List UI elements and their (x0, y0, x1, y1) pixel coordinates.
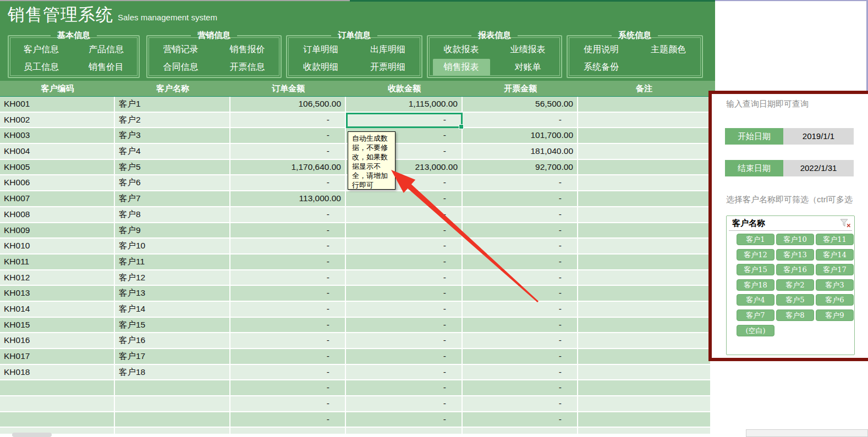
cell-note[interactable] (578, 113, 710, 129)
cell-note[interactable] (578, 128, 710, 144)
cell-note[interactable] (578, 223, 710, 239)
cell-note[interactable] (578, 302, 710, 318)
cell-name[interactable]: 客户8 (115, 207, 230, 223)
cell-code[interactable]: KH005 (0, 160, 115, 176)
nav-item[interactable]: 销售价目 (78, 59, 135, 76)
cell-name[interactable]: 客户9 (115, 223, 230, 239)
cell-name[interactable] (115, 428, 230, 434)
cell-invoice[interactable]: - (463, 412, 578, 428)
cell-receipt[interactable]: - (346, 412, 463, 428)
nav-item[interactable]: 出库明细 (359, 41, 416, 58)
cell-code[interactable]: KH009 (0, 223, 115, 239)
cell-invoice[interactable]: - (463, 318, 578, 334)
cell-order[interactable]: - (230, 239, 346, 255)
slicer-button[interactable]: 客户10 (776, 234, 814, 245)
nav-item[interactable]: 营销记录 (152, 41, 210, 58)
cell-invoice[interactable]: - (463, 333, 578, 349)
cell-code[interactable]: KH002 (0, 113, 115, 129)
selected-cell[interactable] (346, 113, 463, 129)
cell-code[interactable] (0, 396, 115, 412)
cell-note[interactable] (578, 286, 710, 302)
cell-note[interactable] (578, 255, 710, 270)
cell-invoice[interactable]: - (463, 286, 578, 302)
cell-order[interactable]: - (230, 270, 346, 286)
cell-code[interactable]: KH013 (0, 286, 115, 302)
cell-receipt[interactable]: - (346, 223, 463, 239)
slicer-button[interactable]: 客户9 (816, 309, 854, 321)
slicer-button[interactable]: 客户13 (776, 249, 814, 261)
cell-note[interactable] (578, 207, 710, 223)
cell-receipt[interactable]: - (346, 302, 463, 318)
cell-receipt[interactable]: - (346, 270, 463, 286)
slicer-button[interactable]: 客户7 (737, 309, 774, 321)
slicer-button[interactable]: 客户5 (776, 294, 814, 306)
slicer-button[interactable]: 客户1 (737, 234, 774, 245)
cell-note[interactable] (578, 428, 710, 434)
cell-receipt[interactable]: - (346, 286, 463, 302)
cell-receipt[interactable]: - (346, 349, 463, 365)
cell-order[interactable]: - (230, 412, 346, 428)
cell-receipt[interactable]: - (346, 396, 463, 412)
slicer-button[interactable]: 客户18 (737, 279, 774, 291)
cell-note[interactable] (578, 239, 710, 255)
cell-name[interactable]: 客户18 (115, 365, 230, 381)
slicer-button[interactable]: 客户15 (737, 264, 774, 275)
nav-item[interactable]: 客户信息 (13, 41, 70, 58)
cell-note[interactable] (578, 365, 710, 381)
cell-order[interactable]: - (230, 302, 346, 318)
slicer-button[interactable]: 客户8 (776, 309, 814, 321)
cell-name[interactable]: 客户15 (115, 318, 230, 334)
cell-name[interactable]: 客户13 (115, 286, 230, 302)
cell-receipt[interactable]: - (346, 255, 463, 270)
nav-item[interactable]: 收款报表 (433, 41, 490, 58)
cell-invoice[interactable]: 56,500.00 (463, 97, 578, 113)
cell-name[interactable]: 客户14 (115, 302, 230, 318)
cell-code[interactable]: KH008 (0, 207, 115, 223)
cell-invoice[interactable]: - (463, 255, 578, 270)
cell-code[interactable]: KH017 (0, 349, 115, 365)
cell-order[interactable]: - (230, 175, 346, 191)
cell-name[interactable] (115, 396, 230, 412)
cell-receipt[interactable]: - (346, 380, 463, 396)
nav-item[interactable]: 系统备份 (573, 59, 630, 76)
cell-order[interactable]: - (230, 286, 346, 302)
end-date-value[interactable]: 2022/1/31 (783, 160, 854, 176)
cell-order[interactable]: - (230, 223, 346, 239)
nav-item[interactable]: 业绩报表 (499, 41, 557, 58)
horizontal-scrollbar-right[interactable] (746, 429, 868, 437)
cell-order[interactable]: 1,170,640.00 (230, 160, 346, 176)
cell-invoice[interactable]: 101,700.00 (463, 128, 578, 144)
nav-item[interactable]: 销售报价 (219, 41, 276, 58)
fill-handle[interactable] (459, 124, 464, 129)
cell-order[interactable]: - (230, 380, 346, 396)
cell-name[interactable]: 客户3 (115, 128, 230, 144)
cell-name[interactable]: 客户16 (115, 333, 230, 349)
cell-invoice[interactable]: - (463, 302, 578, 318)
cell-receipt[interactable]: 1,115,000.00 (346, 97, 463, 113)
nav-item[interactable]: 主题颜色 (640, 41, 697, 58)
start-date-value[interactable]: 2019/1/1 (783, 128, 854, 145)
cell-note[interactable] (578, 412, 710, 428)
cell-invoice[interactable]: 92,700.00 (463, 160, 578, 176)
cell-order[interactable]: - (230, 207, 346, 223)
cell-code[interactable]: KH018 (0, 365, 115, 381)
nav-item[interactable]: 收款明细 (292, 59, 349, 76)
nav-item[interactable]: 开票信息 (219, 59, 276, 76)
slicer-button[interactable]: 客户12 (737, 249, 774, 261)
nav-item[interactable]: 销售报表 (433, 59, 490, 76)
cell-note[interactable] (578, 97, 710, 113)
cell-code[interactable]: KH003 (0, 128, 115, 144)
slicer-button[interactable]: 客户4 (737, 294, 774, 306)
cell-receipt[interactable]: - (346, 318, 463, 334)
cell-name[interactable]: 客户11 (115, 255, 230, 270)
cell-code[interactable]: KH012 (0, 270, 115, 286)
slicer-button[interactable]: 客户3 (816, 279, 854, 291)
cell-invoice[interactable]: - (463, 175, 578, 191)
cell-code[interactable]: KH011 (0, 255, 115, 270)
cell-order[interactable]: - (230, 365, 346, 381)
cell-note[interactable] (578, 380, 710, 396)
cell-code[interactable]: KH010 (0, 239, 115, 255)
nav-item[interactable]: 订单明细 (292, 41, 349, 58)
slicer-button[interactable]: 客户14 (816, 249, 854, 261)
nav-item[interactable]: 产品信息 (78, 41, 135, 58)
